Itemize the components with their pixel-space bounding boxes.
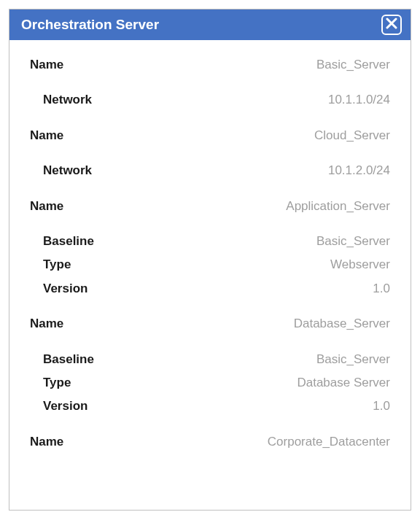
panel-content: Name Basic_Server Network 10.1.1.0/24 Na… (9, 40, 411, 449)
value-name: Cloud_Server (314, 128, 390, 143)
item-field-row: Type Database Server (30, 376, 390, 390)
close-button[interactable] (381, 15, 402, 35)
close-icon (386, 17, 397, 33)
item-field-row: Type Webserver (30, 257, 390, 272)
orchestration-panel: Orchestration Server Name Basic_Server N… (9, 9, 411, 511)
item-row: Name Database_Server (30, 317, 390, 331)
item-row: Name Corporate_Datacenter (30, 435, 390, 449)
item-field-row: Version 1.0 (30, 399, 390, 414)
label-name: Name (30, 435, 63, 449)
label-name: Name (30, 199, 63, 214)
item-row: Name Cloud_Server (30, 128, 390, 143)
item-row: Name Basic_Server (30, 58, 390, 72)
item-field-row: Network 10.1.2.0/24 (30, 163, 390, 178)
item-field-row: Network 10.1.1.0/24 (30, 93, 390, 107)
label-name: Name (30, 128, 63, 143)
value-version: 1.0 (373, 399, 390, 414)
value-baseline: Basic_Server (316, 234, 390, 249)
label-version: Version (43, 399, 88, 414)
value-network: 10.1.2.0/24 (328, 163, 390, 178)
value-type: Database Server (297, 376, 390, 390)
label-baseline: Baseline (43, 352, 94, 367)
item-field-row: Baseline Basic_Server (30, 352, 390, 367)
panel-header: Orchestration Server (9, 9, 411, 40)
label-name: Name (30, 58, 63, 72)
label-name: Name (30, 317, 63, 331)
label-network: Network (43, 163, 92, 178)
label-type: Type (43, 257, 71, 272)
value-name: Corporate_Datacenter (268, 435, 390, 449)
value-network: 10.1.1.0/24 (328, 93, 390, 107)
value-type: Webserver (330, 257, 390, 272)
label-version: Version (43, 282, 88, 296)
item-field-row: Baseline Basic_Server (30, 234, 390, 249)
label-network: Network (43, 93, 92, 107)
value-version: 1.0 (373, 282, 390, 296)
item-row: Name Application_Server (30, 199, 390, 214)
item-field-row: Version 1.0 (30, 282, 390, 296)
label-baseline: Baseline (43, 234, 94, 249)
value-name: Basic_Server (316, 58, 390, 72)
value-name: Database_Server (294, 317, 390, 331)
label-type: Type (43, 376, 71, 390)
value-baseline: Basic_Server (316, 352, 390, 367)
panel-title: Orchestration Server (21, 17, 159, 33)
value-name: Application_Server (286, 199, 390, 214)
